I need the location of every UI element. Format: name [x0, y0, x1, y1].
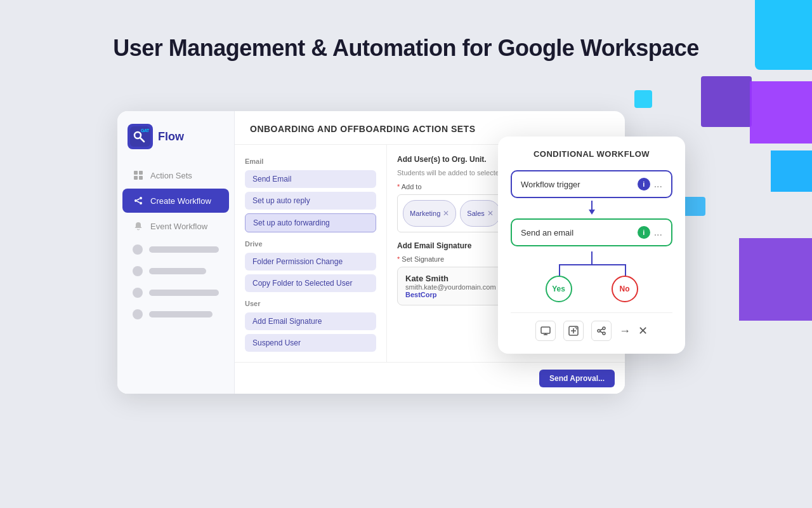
content-title: ONBOARDING AND OFFBOARDING ACTION SETS — [250, 124, 610, 134]
bottom-bar: Send Aproval... — [235, 362, 625, 394]
trigger-info-btn[interactable]: i — [638, 178, 650, 190]
sidebar-label-create-workflow: Create Workflow — [150, 196, 211, 206]
svg-line-11 — [137, 199, 140, 200]
sidebar-label-event-workflow: Event Workflow — [150, 222, 207, 231]
deco-sq2 — [701, 76, 752, 127]
workflow-icon — [133, 195, 144, 206]
trigger-node[interactable]: Workflow trigger i ... — [511, 170, 672, 198]
svg-point-8 — [134, 199, 137, 202]
email-node[interactable]: Send an email i ... — [511, 218, 672, 246]
sidebar-item-create-workflow[interactable]: Create Workflow — [122, 189, 229, 213]
action-list-panel: Email Send Email Set up auto reply Set u… — [235, 145, 387, 389]
grid-icon — [133, 170, 144, 181]
placeholder-bar — [149, 311, 213, 318]
toolbar-monitor-btn[interactable] — [535, 321, 556, 341]
trigger-node-actions: i ... — [638, 178, 662, 190]
svg-rect-4 — [134, 171, 138, 175]
action-send-email[interactable]: Send Email — [245, 170, 376, 188]
action-folder-perm[interactable]: Folder Permission Change — [245, 253, 376, 271]
placeholder-circle — [133, 309, 143, 319]
placeholder-bar — [149, 268, 206, 274]
toolbar-add-btn[interactable] — [563, 321, 584, 341]
action-copy-folder[interactable]: Copy Folder to Selected User — [245, 274, 376, 292]
tag-sales-close[interactable]: ✕ — [487, 209, 494, 218]
bell-icon — [133, 220, 144, 232]
no-node[interactable]: No — [612, 276, 638, 302]
email-node-actions: i ... — [638, 226, 662, 239]
toolbar-close-btn[interactable]: ✕ — [638, 324, 648, 338]
sidebar-label-action-sets: Action Sets — [150, 171, 192, 180]
action-auto-reply[interactable]: Set up auto reply — [245, 192, 376, 210]
trigger-label: Workflow trigger — [521, 180, 580, 189]
placeholder-circle — [133, 244, 143, 255]
yes-node[interactable]: Yes — [546, 276, 572, 302]
action-suspend[interactable]: Suspend User — [245, 334, 376, 352]
drive-group-label: Drive — [245, 240, 376, 248]
tag-sales-label: Sales — [467, 210, 485, 217]
arrow-down-1 — [511, 201, 672, 216]
tag-marketing-close[interactable]: ✕ — [443, 209, 449, 218]
svg-line-25 — [600, 331, 603, 333]
action-add-sig[interactable]: Add Email Signature — [245, 312, 376, 330]
sidebar-item-event-workflow[interactable]: Event Workflow — [122, 214, 229, 238]
branch-line-h — [559, 264, 625, 265]
tag-marketing-label: Marketing — [410, 210, 440, 217]
page-title: User Management & Automation for Google … — [0, 35, 812, 62]
svg-point-21 — [598, 330, 600, 332]
user-group-label: User — [245, 300, 376, 307]
workflow-card: CONDITIONAL WORKFLOW Workflow trigger i … — [498, 137, 685, 354]
svg-point-10 — [140, 202, 142, 204]
sidebar-placeholder-3 — [122, 283, 229, 303]
branch-line-top — [591, 251, 593, 264]
svg-rect-15 — [541, 327, 550, 333]
svg-point-23 — [603, 332, 605, 335]
sidebar-item-action-sets[interactable]: Action Sets — [122, 163, 229, 187]
svg-rect-6 — [134, 176, 138, 180]
placeholder-circle — [133, 288, 143, 298]
deco-sq5 — [634, 90, 652, 108]
email-info-btn[interactable]: i — [638, 226, 650, 239]
email-node-label: Send an email — [521, 228, 573, 237]
deco-sq4 — [771, 150, 812, 192]
tag-marketing[interactable]: Marketing ✕ — [403, 200, 456, 227]
deco-sq8 — [739, 238, 812, 321]
tag-sales[interactable]: Sales ✕ — [460, 200, 501, 227]
svg-point-9 — [140, 197, 142, 199]
sidebar-logo: GAT Flow — [117, 124, 234, 162]
sidebar-placeholder-4 — [122, 304, 229, 324]
svg-rect-5 — [139, 171, 143, 175]
svg-point-22 — [603, 327, 605, 330]
email-dots-btn[interactable]: ... — [654, 227, 662, 237]
sidebar-placeholder-2 — [122, 261, 229, 281]
sidebar-placeholder-1 — [122, 239, 229, 260]
placeholder-circle — [133, 266, 143, 276]
svg-rect-7 — [139, 176, 143, 180]
toolbar-branch-btn[interactable] — [591, 321, 612, 341]
toolbar-arrow-btn[interactable]: → — [619, 324, 631, 338]
logo-text: Flow — [158, 130, 184, 144]
action-auto-forward[interactable]: Set up auto forwarding — [245, 213, 376, 232]
placeholder-bar — [149, 290, 219, 296]
branch-container: Yes No — [511, 251, 672, 302]
send-approval-button[interactable]: Send Aproval... — [539, 370, 615, 387]
workflow-toolbar: → ✕ — [511, 312, 672, 341]
svg-line-24 — [600, 329, 603, 330]
placeholder-bar — [149, 246, 219, 253]
workflow-card-title: CONDITIONAL WORKFLOW — [511, 149, 672, 159]
svg-line-12 — [137, 201, 140, 203]
trigger-dots-btn[interactable]: ... — [654, 179, 662, 189]
svg-marker-14 — [589, 210, 595, 215]
sidebar: GAT Flow Action Sets Crea — [117, 111, 235, 394]
email-group-label: Email — [245, 157, 376, 165]
logo-icon: GAT — [128, 124, 153, 149]
svg-text:GAT: GAT — [141, 128, 150, 133]
deco-sq3 — [750, 81, 812, 144]
